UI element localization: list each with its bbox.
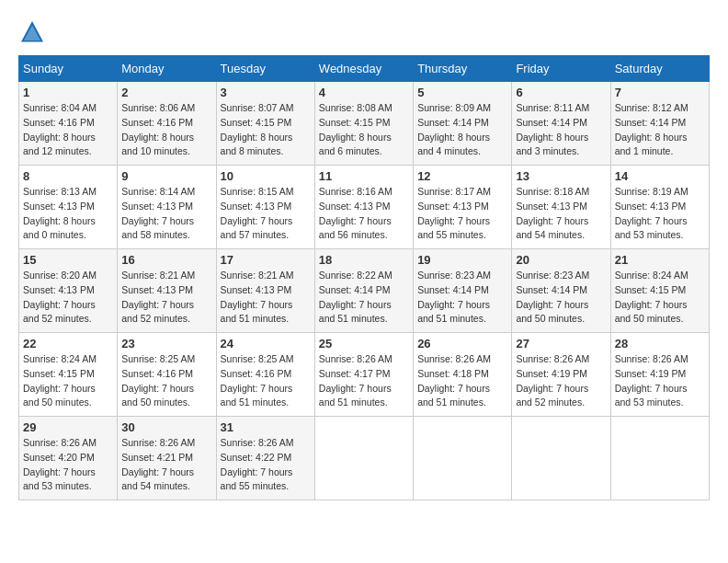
calendar-cell: 21Sunrise: 8:24 AMSunset: 4:15 PMDayligh… <box>610 249 709 333</box>
day-detail: Sunrise: 8:19 AMSunset: 4:13 PMDaylight:… <box>615 186 688 240</box>
day-detail: Sunrise: 8:04 AMSunset: 4:16 PMDaylight:… <box>23 102 97 156</box>
calendar-week-row: 15Sunrise: 8:20 AMSunset: 4:13 PMDayligh… <box>19 249 710 333</box>
day-number: 10 <box>221 169 311 183</box>
day-number: 23 <box>121 337 211 350</box>
day-number: 29 <box>23 420 113 434</box>
logo <box>18 18 50 46</box>
day-number: 15 <box>23 253 113 267</box>
day-number: 6 <box>516 86 606 99</box>
day-detail: Sunrise: 8:26 AMSunset: 4:17 PMDaylight:… <box>319 353 392 408</box>
calendar-body: 1Sunrise: 8:04 AMSunset: 4:16 PMDaylight… <box>19 82 710 500</box>
calendar-cell: 5Sunrise: 8:09 AMSunset: 4:14 PMDaylight… <box>414 82 512 166</box>
day-number: 22 <box>23 337 113 350</box>
day-detail: Sunrise: 8:26 AMSunset: 4:21 PMDaylight:… <box>121 437 195 491</box>
calendar-cell: 8Sunrise: 8:13 AMSunset: 4:13 PMDaylight… <box>19 166 118 249</box>
day-number: 8 <box>23 169 113 183</box>
day-number: 17 <box>221 253 311 267</box>
calendar-cell: 9Sunrise: 8:14 AMSunset: 4:13 PMDaylight… <box>118 166 216 249</box>
day-detail: Sunrise: 8:07 AMSunset: 4:15 PMDaylight:… <box>221 102 294 156</box>
calendar-cell: 24Sunrise: 8:25 AMSunset: 4:16 PMDayligh… <box>216 333 314 417</box>
calendar-cell: 2Sunrise: 8:06 AMSunset: 4:16 PMDaylight… <box>118 82 216 166</box>
day-detail: Sunrise: 8:25 AMSunset: 4:16 PMDaylight:… <box>221 353 294 408</box>
calendar-cell: 26Sunrise: 8:26 AMSunset: 4:18 PMDayligh… <box>414 333 512 417</box>
day-number: 19 <box>417 253 507 267</box>
day-number: 31 <box>221 420 311 434</box>
day-number: 5 <box>417 86 507 99</box>
calendar-cell: 23Sunrise: 8:25 AMSunset: 4:16 PMDayligh… <box>118 333 216 417</box>
day-number: 16 <box>121 253 211 267</box>
calendar-week-row: 8Sunrise: 8:13 AMSunset: 4:13 PMDaylight… <box>19 166 710 249</box>
calendar-cell: 30Sunrise: 8:26 AMSunset: 4:21 PMDayligh… <box>118 417 216 500</box>
day-detail: Sunrise: 8:17 AMSunset: 4:13 PMDaylight:… <box>417 186 491 240</box>
day-number: 4 <box>319 86 409 99</box>
logo-icon <box>18 18 46 46</box>
day-detail: Sunrise: 8:14 AMSunset: 4:13 PMDaylight:… <box>121 186 195 240</box>
day-detail: Sunrise: 8:21 AMSunset: 4:13 PMDaylight:… <box>221 270 294 324</box>
day-number: 2 <box>121 86 211 99</box>
day-detail: Sunrise: 8:12 AMSunset: 4:14 PMDaylight:… <box>615 102 688 156</box>
day-header-wednesday: Wednesday <box>314 56 413 82</box>
day-number: 1 <box>23 86 113 99</box>
calendar-week-row: 22Sunrise: 8:24 AMSunset: 4:15 PMDayligh… <box>19 333 710 417</box>
calendar-cell: 10Sunrise: 8:15 AMSunset: 4:13 PMDayligh… <box>216 166 314 249</box>
day-number: 7 <box>615 86 705 99</box>
day-header-monday: Monday <box>118 56 216 82</box>
day-detail: Sunrise: 8:24 AMSunset: 4:15 PMDaylight:… <box>23 353 97 408</box>
calendar-cell: 7Sunrise: 8:12 AMSunset: 4:14 PMDaylight… <box>610 82 709 166</box>
day-detail: Sunrise: 8:26 AMSunset: 4:18 PMDaylight:… <box>417 353 491 408</box>
day-number: 14 <box>615 169 705 183</box>
day-detail: Sunrise: 8:26 AMSunset: 4:19 PMDaylight:… <box>516 353 589 408</box>
calendar-cell: 28Sunrise: 8:26 AMSunset: 4:19 PMDayligh… <box>610 333 709 417</box>
day-number: 9 <box>121 169 211 183</box>
calendar-cell: 19Sunrise: 8:23 AMSunset: 4:14 PMDayligh… <box>414 249 512 333</box>
day-header-friday: Friday <box>512 56 610 82</box>
calendar-cell: 12Sunrise: 8:17 AMSunset: 4:13 PMDayligh… <box>414 166 512 249</box>
day-detail: Sunrise: 8:24 AMSunset: 4:15 PMDaylight:… <box>615 270 688 324</box>
calendar-cell: 4Sunrise: 8:08 AMSunset: 4:15 PMDaylight… <box>314 82 413 166</box>
day-detail: Sunrise: 8:13 AMSunset: 4:13 PMDaylight:… <box>23 186 97 240</box>
day-header-sunday: Sunday <box>19 56 118 82</box>
day-detail: Sunrise: 8:21 AMSunset: 4:13 PMDaylight:… <box>121 270 195 324</box>
day-detail: Sunrise: 8:16 AMSunset: 4:13 PMDaylight:… <box>319 186 392 240</box>
day-detail: Sunrise: 8:11 AMSunset: 4:14 PMDaylight:… <box>516 102 589 156</box>
calendar-header-row: SundayMondayTuesdayWednesdayThursdayFrid… <box>19 56 710 82</box>
day-number: 27 <box>516 337 606 350</box>
calendar-week-row: 1Sunrise: 8:04 AMSunset: 4:16 PMDaylight… <box>19 82 710 166</box>
day-detail: Sunrise: 8:23 AMSunset: 4:14 PMDaylight:… <box>516 270 589 324</box>
day-detail: Sunrise: 8:22 AMSunset: 4:14 PMDaylight:… <box>319 270 392 324</box>
day-detail: Sunrise: 8:25 AMSunset: 4:16 PMDaylight:… <box>121 353 195 408</box>
calendar-cell: 13Sunrise: 8:18 AMSunset: 4:13 PMDayligh… <box>512 166 610 249</box>
calendar-cell: 11Sunrise: 8:16 AMSunset: 4:13 PMDayligh… <box>314 166 413 249</box>
day-detail: Sunrise: 8:26 AMSunset: 4:22 PMDaylight:… <box>221 437 294 491</box>
day-header-saturday: Saturday <box>610 56 709 82</box>
calendar-cell: 29Sunrise: 8:26 AMSunset: 4:20 PMDayligh… <box>19 417 118 500</box>
calendar-cell <box>512 417 610 500</box>
day-number: 21 <box>615 253 705 267</box>
day-detail: Sunrise: 8:26 AMSunset: 4:19 PMDaylight:… <box>615 353 688 408</box>
day-number: 20 <box>516 253 606 267</box>
calendar-week-row: 29Sunrise: 8:26 AMSunset: 4:20 PMDayligh… <box>19 417 710 500</box>
calendar-cell <box>314 417 413 500</box>
day-number: 28 <box>615 337 705 350</box>
calendar-cell: 20Sunrise: 8:23 AMSunset: 4:14 PMDayligh… <box>512 249 610 333</box>
calendar-cell: 25Sunrise: 8:26 AMSunset: 4:17 PMDayligh… <box>314 333 413 417</box>
day-detail: Sunrise: 8:23 AMSunset: 4:14 PMDaylight:… <box>417 270 491 324</box>
day-number: 24 <box>221 337 311 350</box>
day-detail: Sunrise: 8:06 AMSunset: 4:16 PMDaylight:… <box>121 102 195 156</box>
calendar-cell: 18Sunrise: 8:22 AMSunset: 4:14 PMDayligh… <box>314 249 413 333</box>
calendar-cell <box>610 417 709 500</box>
day-number: 25 <box>319 337 409 350</box>
day-detail: Sunrise: 8:09 AMSunset: 4:14 PMDaylight:… <box>417 102 491 156</box>
day-number: 13 <box>516 169 606 183</box>
day-header-tuesday: Tuesday <box>216 56 314 82</box>
day-number: 11 <box>319 169 409 183</box>
day-number: 18 <box>319 253 409 267</box>
day-number: 12 <box>417 169 507 183</box>
calendar-cell: 27Sunrise: 8:26 AMSunset: 4:19 PMDayligh… <box>512 333 610 417</box>
day-detail: Sunrise: 8:26 AMSunset: 4:20 PMDaylight:… <box>23 437 97 491</box>
day-header-thursday: Thursday <box>414 56 512 82</box>
calendar-cell: 15Sunrise: 8:20 AMSunset: 4:13 PMDayligh… <box>19 249 118 333</box>
calendar-cell: 31Sunrise: 8:26 AMSunset: 4:22 PMDayligh… <box>216 417 314 500</box>
day-number: 26 <box>417 337 507 350</box>
calendar-table: SundayMondayTuesdayWednesdayThursdayFrid… <box>18 55 710 500</box>
